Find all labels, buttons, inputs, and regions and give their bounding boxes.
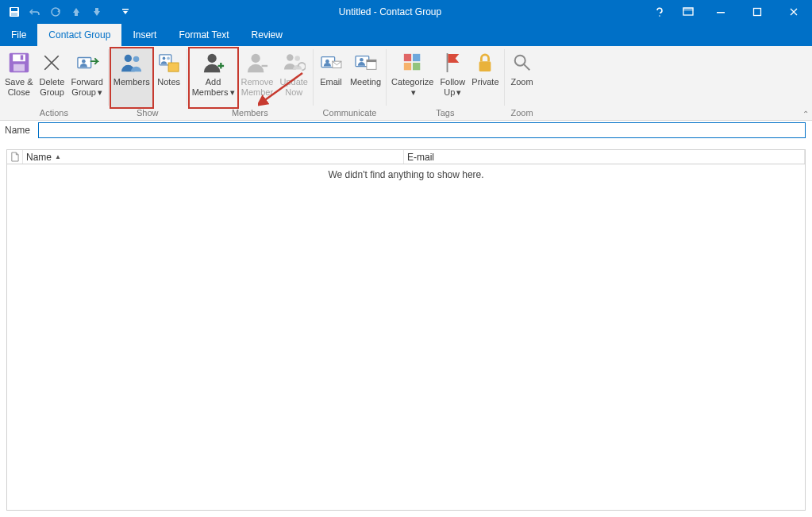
save-close-button[interactable]: Save & Close <box>2 48 36 108</box>
save-button[interactable] <box>5 2 24 21</box>
label: Categorize▾ <box>391 77 433 98</box>
label: Members <box>114 77 150 87</box>
label: Forward Group▾ <box>71 77 102 98</box>
label: Email <box>320 77 342 87</box>
email-icon <box>318 50 344 75</box>
add-members-button[interactable]: Add Members▾ <box>189 48 238 108</box>
title-bar: Untitled - Contact Group <box>0 0 812 24</box>
delete-icon <box>39 50 64 75</box>
forward-icon <box>75 50 100 75</box>
save-icon <box>6 50 32 75</box>
svg-rect-2 <box>11 8 17 11</box>
quick-access-toolbar <box>0 2 135 21</box>
group-communicate: Email Meeting Communicate <box>314 46 386 120</box>
name-row: Name <box>0 121 812 140</box>
svg-point-6 <box>659 15 660 17</box>
notes-icon <box>156 50 182 75</box>
label: Add Members▾ <box>192 77 235 98</box>
group-label: Actions <box>2 108 106 120</box>
svg-rect-41 <box>447 53 448 72</box>
svg-rect-42 <box>479 61 491 71</box>
column-name[interactable]: Name ▲ <box>23 150 404 164</box>
list-column-headers: Name ▲ E-mail <box>7 150 805 164</box>
label: Save & Close <box>5 77 33 98</box>
ribbon-tab-strip: File Contact Group Insert Format Text Re… <box>0 24 812 46</box>
svg-rect-13 <box>13 64 25 71</box>
email-button[interactable]: Email <box>315 48 347 108</box>
remove-member-icon <box>244 50 270 75</box>
previous-item-button[interactable] <box>67 2 86 21</box>
categorize-button[interactable]: Categorize▾ <box>388 48 437 108</box>
meeting-button[interactable]: Meeting <box>347 48 384 108</box>
remove-member-button[interactable]: Remove Member <box>238 48 277 108</box>
group-tags: Categorize▾ Follow Up▾ Private Tags <box>387 46 503 120</box>
group-label: Zoom <box>506 108 538 120</box>
minimize-button[interactable] <box>702 0 739 24</box>
svg-rect-12 <box>13 55 25 62</box>
svg-rect-40 <box>413 63 420 70</box>
column-email[interactable]: E-mail <box>404 150 805 164</box>
svg-point-23 <box>207 54 216 63</box>
svg-rect-25 <box>220 63 221 68</box>
members-icon <box>119 50 144 75</box>
members-list: Name ▲ E-mail We didn't find anything to… <box>6 149 806 511</box>
collapse-ribbon-button[interactable]: ⌃ <box>802 110 809 118</box>
svg-rect-39 <box>404 63 411 70</box>
update-now-button[interactable]: Update Now <box>276 48 310 108</box>
window-controls <box>645 0 812 24</box>
group-label: Communicate <box>315 108 384 120</box>
group-label: Show <box>110 108 185 120</box>
svg-point-43 <box>514 56 525 66</box>
help-button[interactable] <box>645 0 674 24</box>
label: Update Now <box>279 77 307 98</box>
add-member-icon <box>201 50 226 75</box>
name-input[interactable] <box>38 122 806 138</box>
members-button[interactable]: Members <box>110 48 153 108</box>
follow-up-button[interactable]: Follow Up▾ <box>437 48 468 108</box>
flag-icon <box>440 50 465 75</box>
categorize-icon <box>400 50 425 75</box>
group-label: Members <box>189 108 311 120</box>
tab-format-text[interactable]: Format Text <box>167 24 240 46</box>
svg-point-31 <box>325 60 329 64</box>
svg-rect-14 <box>20 55 23 60</box>
redo-button[interactable] <box>46 2 65 21</box>
next-item-button[interactable] <box>87 2 106 21</box>
zoom-button[interactable]: Zoom <box>506 48 538 108</box>
close-button[interactable] <box>775 0 812 24</box>
zoom-icon <box>510 50 535 75</box>
empty-list-message: We didn't find anything to show here. <box>7 164 805 180</box>
ribbon-display-options-button[interactable] <box>674 0 702 24</box>
label: Remove Member <box>241 77 274 98</box>
label: Zoom <box>510 77 533 87</box>
label: Follow Up▾ <box>440 77 465 98</box>
label: Private <box>471 77 498 87</box>
svg-point-21 <box>167 57 170 60</box>
tab-contact-group[interactable]: Contact Group <box>37 24 121 46</box>
customize-qat-button[interactable] <box>116 2 135 21</box>
delete-group-button[interactable]: Delete Group <box>36 48 67 108</box>
label: Notes <box>157 77 180 87</box>
tab-insert[interactable]: Insert <box>121 24 167 46</box>
sort-ascending-icon: ▲ <box>55 153 61 160</box>
tab-file[interactable]: File <box>0 24 37 46</box>
tab-review[interactable]: Review <box>241 24 294 46</box>
meeting-icon <box>353 50 379 75</box>
group-label: Tags <box>388 108 502 120</box>
group-members: Add Members▾ Remove Member Update Now Me… <box>187 46 313 120</box>
forward-group-button[interactable]: Forward Group▾ <box>67 48 106 108</box>
notes-button[interactable]: Notes <box>153 48 185 108</box>
column-icon[interactable] <box>7 150 23 164</box>
column-name-label: Name <box>26 152 52 163</box>
svg-point-34 <box>360 58 364 62</box>
svg-rect-36 <box>366 60 375 62</box>
maximize-button[interactable] <box>739 0 775 24</box>
page-icon <box>10 152 19 162</box>
svg-rect-27 <box>262 65 267 67</box>
undo-button[interactable] <box>25 2 44 21</box>
svg-point-17 <box>124 55 131 62</box>
svg-rect-22 <box>168 63 179 71</box>
update-icon <box>281 50 306 75</box>
group-show: Members Notes Show <box>109 46 187 120</box>
private-button[interactable]: Private <box>468 48 502 108</box>
